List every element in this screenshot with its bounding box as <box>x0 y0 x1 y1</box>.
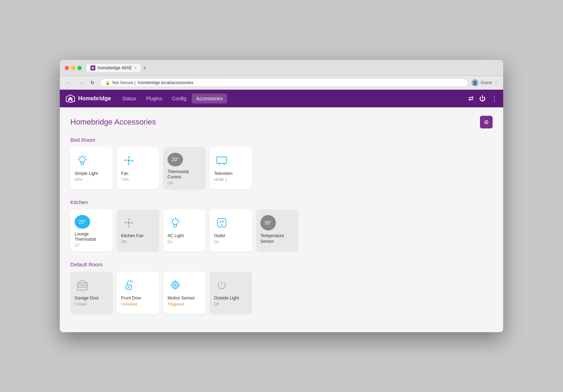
address-bar: ← → ↻ 🔒 Not Secure | homebridge.local/ac… <box>60 76 503 90</box>
accessory-card-television[interactable]: Television HDMI 1 <box>210 147 252 189</box>
room-section-bed-room: Bed Room Simple Light 42% Fan 73% 20° Th… <box>70 137 493 189</box>
room-title: Kitchen <box>70 199 493 205</box>
kitchen-fan-icon <box>121 215 137 230</box>
card-name-outlet: Outlet <box>214 233 225 239</box>
address-text: Not Secure | <box>112 80 135 85</box>
user-area: 👤 Guest ⋮ <box>472 79 498 86</box>
svg-point-29 <box>175 284 176 286</box>
accessory-card-kitchen-fan[interactable]: Kitchen Fan Off <box>117 209 159 252</box>
card-status-thermostat-control: Off <box>167 181 172 185</box>
content: Homebridge Accessories ⚙ Bed Room Simple… <box>60 107 503 332</box>
svg-line-6 <box>78 156 79 157</box>
card-status-front-door: Unlocked <box>121 302 137 306</box>
nav-plugins[interactable]: Plugins <box>142 94 166 103</box>
svg-line-17 <box>171 219 172 219</box>
card-name-television: Television <box>214 171 233 177</box>
title-bar: Homebridge 46AE × + <box>60 60 503 76</box>
svg-point-12 <box>172 219 178 225</box>
card-status-garage-door: Closed <box>75 302 87 306</box>
card-status-motion-sensor: Triggered <box>167 302 184 306</box>
thermostat-badge: 35° <box>260 215 276 230</box>
more-options-button[interactable]: ⋮ <box>494 80 498 85</box>
refresh-button[interactable]: ↻ <box>89 79 96 86</box>
card-name-front-door: Front Door <box>121 296 141 301</box>
menu-icon[interactable]: ⋮ <box>491 95 498 102</box>
card-name-ac-light: AC Light <box>167 233 184 239</box>
accessory-card-outlet[interactable]: Outlet On <box>210 209 252 252</box>
card-status-ac-light: On <box>167 240 173 244</box>
tab-close-button[interactable]: × <box>134 66 136 70</box>
thermostat-badge: 20° <box>167 153 183 166</box>
svg-line-3 <box>86 156 86 157</box>
user-avatar: 👤 <box>472 79 479 86</box>
accessory-card-motion-sensor[interactable]: Motion Sensor Triggered <box>163 272 205 314</box>
traffic-lights <box>65 66 82 70</box>
svg-point-11 <box>128 222 130 224</box>
card-name-kitchen-fan: Kitchen Fan <box>121 233 144 239</box>
outside-light-icon <box>214 277 229 293</box>
fan-icon <box>121 153 137 168</box>
card-name-outside-light: Outside Light <box>214 296 239 301</box>
front-door-icon <box>121 277 137 293</box>
lock-icon: 🔒 <box>105 81 110 85</box>
user-label: Guest <box>481 80 492 85</box>
accessories-grid: 25° Lounge Thermostat 27° Kitchen Fan Of… <box>70 209 493 252</box>
motion-sensor-icon <box>167 277 183 293</box>
maximize-button[interactable] <box>77 66 82 70</box>
card-status-television: HDMI 1 <box>214 177 227 182</box>
svg-point-26 <box>128 286 129 288</box>
accessory-card-temperature-sensor[interactable]: 35° Temperature Sensor <box>256 209 298 252</box>
accessory-card-ac-light[interactable]: AC Light On <box>163 209 205 252</box>
accessory-card-lounge-thermostat[interactable]: 25° Lounge Thermostat 27° <box>70 209 113 252</box>
card-name-thermostat-control: Thermostat Control <box>167 169 201 180</box>
nav-status[interactable]: Status <box>118 94 140 103</box>
card-status-kitchen-fan: Off <box>121 240 126 244</box>
back-button[interactable]: ← <box>65 79 73 86</box>
power-icon[interactable]: ⏻ <box>479 95 486 102</box>
svg-rect-18 <box>217 219 226 227</box>
terminal-icon[interactable]: ⇄ <box>468 95 474 102</box>
browser-tab[interactable]: Homebridge 46AE × <box>86 63 141 72</box>
forward-button[interactable]: → <box>77 79 85 86</box>
simple-light-icon <box>75 153 90 168</box>
browser-window: Homebridge 46AE × + ← → ↻ 🔒 Not Secure |… <box>60 60 503 332</box>
accessory-card-front-door[interactable]: Front Door Unlocked <box>117 272 159 314</box>
accessory-card-simple-light[interactable]: Simple Light 42% <box>70 147 113 189</box>
thermostat-badge: 25° <box>75 215 90 229</box>
settings-button[interactable]: ⚙ <box>480 116 493 128</box>
url-text: homebridge.local/accessories <box>138 80 193 85</box>
close-button[interactable] <box>65 66 69 70</box>
tab-title: Homebridge 46AE <box>97 65 132 70</box>
card-name-lounge-thermostat: Lounge Thermostat <box>75 232 108 242</box>
nav-actions: ⇄ ⏻ ⋮ <box>468 95 498 102</box>
card-status-fan: 73% <box>121 177 129 182</box>
card-name-fan: Fan <box>121 171 128 177</box>
card-name-motion-sensor: Motion Sensor <box>167 296 195 301</box>
accessory-card-garage-door[interactable]: Garage Door Closed <box>70 272 113 314</box>
address-field[interactable]: 🔒 Not Secure | homebridge.local/accessor… <box>100 78 468 87</box>
page-header: Homebridge Accessories ⚙ <box>70 116 493 128</box>
card-name-garage-door: Garage Door <box>75 296 99 301</box>
svg-point-1 <box>80 157 85 162</box>
card-name-temperature-sensor: Temperature Sensor <box>260 233 294 244</box>
accessory-card-thermostat-control[interactable]: 20° Thermostat Control Off <box>163 147 205 189</box>
tab-bar: Homebridge 46AE × + <box>86 63 498 72</box>
accessories-grid: Garage Door Closed Front Door Unlocked M… <box>70 272 493 314</box>
room-section-kitchen: Kitchen 25° Lounge Thermostat 27° Kitche… <box>70 199 493 252</box>
nav-bar: Homebridge Status Plugins Config Accesso… <box>60 90 503 107</box>
card-status-outside-light: Off <box>214 302 219 306</box>
accessories-grid: Simple Light 42% Fan 73% 20° Thermostat … <box>70 147 493 189</box>
accessory-card-outside-light[interactable]: Outside Light Off <box>210 272 252 314</box>
accessory-card-fan[interactable]: Fan 73% <box>117 147 159 189</box>
nav-logo-text: Homebridge <box>78 95 111 102</box>
svg-line-14 <box>178 219 179 219</box>
room-title: Bed Room <box>70 137 493 143</box>
svg-point-21 <box>221 224 222 226</box>
nav-config[interactable]: Config <box>168 94 190 103</box>
svg-rect-20 <box>222 221 223 223</box>
outlet-icon <box>214 215 229 230</box>
room-section-default-room: Default Room Garage Door Closed Front Do… <box>70 261 493 314</box>
minimize-button[interactable] <box>71 66 75 70</box>
new-tab-button[interactable]: + <box>143 65 146 71</box>
nav-accessories[interactable]: Accessories <box>192 94 227 103</box>
